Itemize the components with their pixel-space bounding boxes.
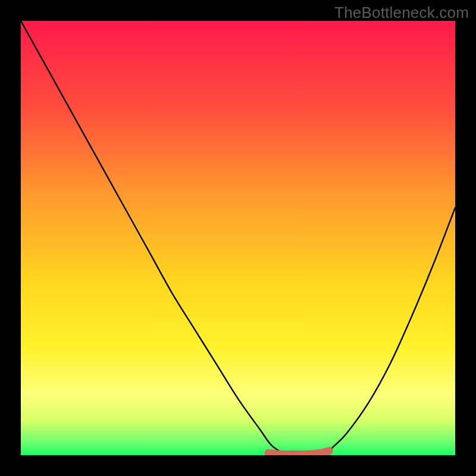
bottleneck-chart <box>21 21 455 455</box>
plot-area <box>21 21 455 455</box>
watermark-label: TheBottleneck.com <box>334 4 469 22</box>
chart-frame: TheBottleneck.com <box>0 0 476 476</box>
svg-rect-0 <box>21 21 455 455</box>
